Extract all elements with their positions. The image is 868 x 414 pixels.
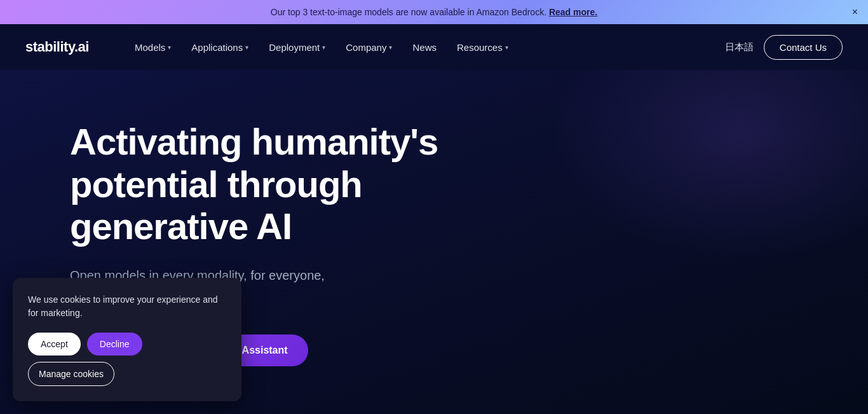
nav-resources-label: Resources [457,42,503,53]
navbar: stability.ai Models ▾ Applications ▾ Dep… [0,24,868,70]
nav-deployment-label: Deployment [269,42,320,53]
chevron-down-icon: ▾ [505,44,508,51]
nav-japanese-link[interactable]: 日本語 [725,41,754,53]
nav-item-applications[interactable]: Applications ▾ [184,37,256,58]
nav-item-news[interactable]: News [405,37,444,58]
nav-item-company[interactable]: Company ▾ [338,37,400,58]
decline-cookies-button[interactable]: Decline [87,333,142,355]
nav-links: Models ▾ Applications ▾ Deployment ▾ Com… [127,37,725,58]
announcement-close-button[interactable]: × [852,7,858,17]
cookie-buttons: Accept Decline Manage cookies [28,333,226,386]
nav-item-models[interactable]: Models ▾ [127,37,179,58]
nav-right: 日本語 Contact Us [725,35,843,60]
hero-title: Activating humanity's potential through … [70,121,515,248]
cookie-message: We use cookies to improve your experienc… [28,293,226,320]
hero-section: Activating humanity's potential through … [0,70,868,414]
nav-applications-label: Applications [191,42,243,53]
nav-item-deployment[interactable]: Deployment ▾ [261,37,333,58]
contact-us-button[interactable]: Contact Us [764,35,843,60]
announcement-link[interactable]: Read more. [549,7,597,17]
manage-cookies-button[interactable]: Manage cookies [28,362,114,386]
nav-item-resources[interactable]: Resources ▾ [449,37,516,58]
nav-models-label: Models [135,42,165,53]
accept-cookies-button[interactable]: Accept [28,333,81,355]
chevron-down-icon: ▾ [389,44,392,51]
nav-company-label: Company [346,42,386,53]
announcement-bar: Our top 3 text-to-image models are now a… [0,0,868,24]
cookie-banner: We use cookies to improve your experienc… [13,278,241,401]
nav-news-label: News [412,42,437,53]
chevron-down-icon: ▾ [245,44,248,51]
logo[interactable]: stability.ai [25,39,89,55]
chevron-down-icon: ▾ [322,44,325,51]
chevron-down-icon: ▾ [168,44,171,51]
announcement-text: Our top 3 text-to-image models are now a… [271,7,597,17]
